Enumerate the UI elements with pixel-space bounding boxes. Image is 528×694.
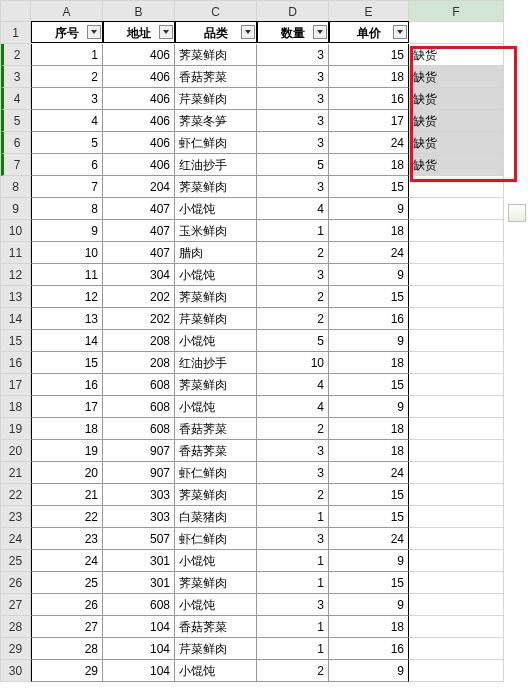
cell-d11[interactable]: 2 bbox=[257, 242, 329, 264]
cell-d14[interactable]: 2 bbox=[257, 308, 329, 330]
cell-e7[interactable]: 18 bbox=[329, 154, 409, 176]
row-header-30[interactable]: 30 bbox=[1, 660, 31, 682]
cell-c23[interactable]: 白菜猪肉 bbox=[175, 506, 257, 528]
cell-f19[interactable] bbox=[409, 418, 504, 440]
cell-d9[interactable]: 4 bbox=[257, 198, 329, 220]
row-header-26[interactable]: 26 bbox=[1, 572, 31, 594]
row-header-12[interactable]: 12 bbox=[1, 264, 31, 286]
cell-a6[interactable]: 5 bbox=[31, 132, 103, 154]
cell-c8[interactable]: 荠菜鲜肉 bbox=[175, 176, 257, 198]
row-header-17[interactable]: 17 bbox=[1, 374, 31, 396]
cell-e9[interactable]: 9 bbox=[329, 198, 409, 220]
cell-c17[interactable]: 荠菜鲜肉 bbox=[175, 374, 257, 396]
cell-c21[interactable]: 虾仁鲜肉 bbox=[175, 462, 257, 484]
cell-f18[interactable] bbox=[409, 396, 504, 418]
cell-a27[interactable]: 26 bbox=[31, 594, 103, 616]
row-header-18[interactable]: 18 bbox=[1, 396, 31, 418]
cell-e19[interactable]: 18 bbox=[329, 418, 409, 440]
cell-d13[interactable]: 2 bbox=[257, 286, 329, 308]
cell-f29[interactable] bbox=[409, 638, 504, 660]
row-header-2[interactable]: 2 bbox=[1, 44, 31, 66]
row-header-5[interactable]: 5 bbox=[1, 110, 31, 132]
cell-f24[interactable] bbox=[409, 528, 504, 550]
cell-b11[interactable]: 407 bbox=[103, 242, 175, 264]
cell-b12[interactable]: 304 bbox=[103, 264, 175, 286]
row-header-19[interactable]: 19 bbox=[1, 418, 31, 440]
cell-b5[interactable]: 406 bbox=[103, 110, 175, 132]
cell-f10[interactable] bbox=[409, 220, 504, 242]
cell-a8[interactable]: 7 bbox=[31, 176, 103, 198]
row-header-1[interactable]: 1 bbox=[1, 22, 31, 44]
cell-c11[interactable]: 腊肉 bbox=[175, 242, 257, 264]
cell-d25[interactable]: 1 bbox=[257, 550, 329, 572]
cell-b24[interactable]: 507 bbox=[103, 528, 175, 550]
cell-b25[interactable]: 301 bbox=[103, 550, 175, 572]
cell-e6[interactable]: 24 bbox=[329, 132, 409, 154]
row-header-22[interactable]: 22 bbox=[1, 484, 31, 506]
cell-c14[interactable]: 芹菜鲜肉 bbox=[175, 308, 257, 330]
cell-b21[interactable]: 907 bbox=[103, 462, 175, 484]
cell-e13[interactable]: 15 bbox=[329, 286, 409, 308]
cell-f3[interactable]: 缺货 bbox=[409, 66, 504, 88]
cell-e4[interactable]: 16 bbox=[329, 88, 409, 110]
cell-e16[interactable]: 18 bbox=[329, 352, 409, 374]
cell-e5[interactable]: 17 bbox=[329, 110, 409, 132]
row-header-11[interactable]: 11 bbox=[1, 242, 31, 264]
cell-c2[interactable]: 荠菜鲜肉 bbox=[175, 44, 257, 66]
cell-b13[interactable]: 202 bbox=[103, 286, 175, 308]
cell-e21[interactable]: 24 bbox=[329, 462, 409, 484]
cell-b9[interactable]: 407 bbox=[103, 198, 175, 220]
cell-f9[interactable] bbox=[409, 198, 504, 220]
cell-a20[interactable]: 19 bbox=[31, 440, 103, 462]
cell-f2[interactable]: 缺货 bbox=[409, 44, 504, 66]
cell-e10[interactable]: 18 bbox=[329, 220, 409, 242]
cell-c30[interactable]: 小馄饨 bbox=[175, 660, 257, 682]
col-header-e[interactable]: E bbox=[329, 0, 409, 22]
row-header-4[interactable]: 4 bbox=[1, 88, 31, 110]
cell-d17[interactable]: 4 bbox=[257, 374, 329, 396]
cell-a26[interactable]: 25 bbox=[31, 572, 103, 594]
cell-c4[interactable]: 芹菜鲜肉 bbox=[175, 88, 257, 110]
cell-c27[interactable]: 小馄饨 bbox=[175, 594, 257, 616]
cell-b2[interactable]: 406 bbox=[103, 44, 175, 66]
row-header-27[interactable]: 27 bbox=[1, 594, 31, 616]
cell-d22[interactable]: 2 bbox=[257, 484, 329, 506]
cell-f17[interactable] bbox=[409, 374, 504, 396]
cell-a7[interactable]: 6 bbox=[31, 154, 103, 176]
cell-d8[interactable]: 3 bbox=[257, 176, 329, 198]
col-header-f[interactable]: F bbox=[409, 0, 504, 22]
cell-c26[interactable]: 荠菜鲜肉 bbox=[175, 572, 257, 594]
cell-f14[interactable] bbox=[409, 308, 504, 330]
filter-button-e[interactable] bbox=[393, 25, 407, 39]
cell-a28[interactable]: 27 bbox=[31, 616, 103, 638]
row-header-25[interactable]: 25 bbox=[1, 550, 31, 572]
cell-a16[interactable]: 15 bbox=[31, 352, 103, 374]
row-header-21[interactable]: 21 bbox=[1, 462, 31, 484]
cell-c20[interactable]: 香菇荠菜 bbox=[175, 440, 257, 462]
cell-e15[interactable]: 9 bbox=[329, 330, 409, 352]
row-header-8[interactable]: 8 bbox=[1, 176, 31, 198]
row-header-3[interactable]: 3 bbox=[1, 66, 31, 88]
row-header-29[interactable]: 29 bbox=[1, 638, 31, 660]
cell-b28[interactable]: 104 bbox=[103, 616, 175, 638]
cell-d6[interactable]: 3 bbox=[257, 132, 329, 154]
cell-a14[interactable]: 13 bbox=[31, 308, 103, 330]
cell-b20[interactable]: 907 bbox=[103, 440, 175, 462]
cell-f1[interactable] bbox=[409, 22, 504, 44]
cell-d23[interactable]: 1 bbox=[257, 506, 329, 528]
cell-c7[interactable]: 红油抄手 bbox=[175, 154, 257, 176]
cell-b27[interactable]: 608 bbox=[103, 594, 175, 616]
cell-e3[interactable]: 18 bbox=[329, 66, 409, 88]
cell-f4[interactable]: 缺货 bbox=[409, 88, 504, 110]
cell-a2[interactable]: 1 bbox=[31, 44, 103, 66]
cell-a9[interactable]: 8 bbox=[31, 198, 103, 220]
cell-b16[interactable]: 208 bbox=[103, 352, 175, 374]
cell-f11[interactable] bbox=[409, 242, 504, 264]
cell-b17[interactable]: 608 bbox=[103, 374, 175, 396]
cell-b14[interactable]: 202 bbox=[103, 308, 175, 330]
row-header-7[interactable]: 7 bbox=[1, 154, 31, 176]
cell-a17[interactable]: 16 bbox=[31, 374, 103, 396]
cell-c9[interactable]: 小馄饨 bbox=[175, 198, 257, 220]
cell-c15[interactable]: 小馄饨 bbox=[175, 330, 257, 352]
cell-b19[interactable]: 608 bbox=[103, 418, 175, 440]
